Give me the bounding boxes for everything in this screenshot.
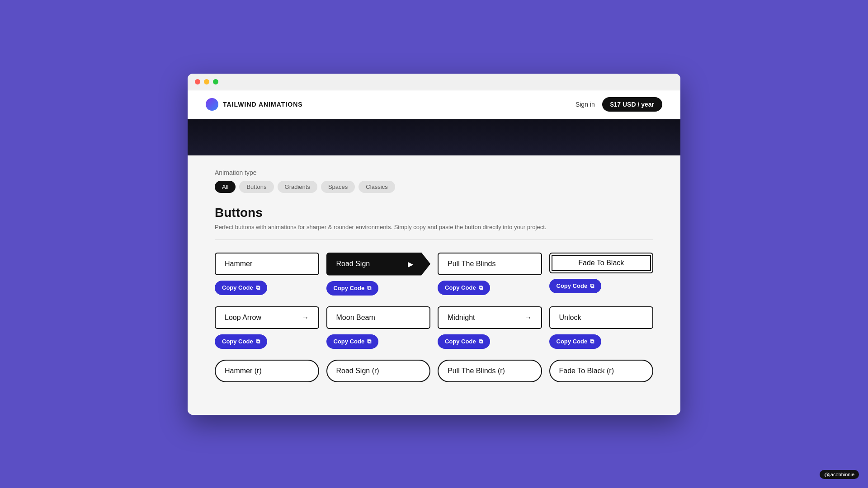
app-window: TAILWIND ANIMATIONS Sign in $17 USD / ye…: [188, 74, 680, 415]
pricing-button[interactable]: $17 USD / year: [602, 97, 662, 112]
filter-section: Animation type All Buttons Gradients Spa…: [215, 169, 653, 193]
fade-black-r-card: Fade To Black (r): [549, 360, 654, 382]
copy-icon: ⧉: [479, 284, 483, 291]
filter-pill-gradients[interactable]: Gradients: [278, 181, 317, 193]
maximize-dot[interactable]: [213, 79, 218, 84]
hammer-button[interactable]: Hammer: [215, 253, 319, 275]
filter-pill-classics[interactable]: Classics: [359, 181, 395, 193]
hammer-r-card: Hammer (r): [215, 360, 319, 382]
nav-brand: TAILWIND ANIMATIONS: [206, 98, 303, 111]
pull-blinds-button[interactable]: Pull The Blinds: [438, 253, 542, 275]
road-sign-copy-button[interactable]: Copy Code ⧉: [326, 281, 379, 296]
road-sign-button[interactable]: Road Sign ▶: [326, 253, 431, 276]
filter-pills: All Buttons Gradients Spaces Classics: [215, 181, 653, 193]
loop-arrow-copy-button[interactable]: Copy Code ⧉: [215, 334, 267, 349]
copy-label: Copy Code: [445, 338, 476, 345]
copy-icon: ⧉: [256, 284, 260, 291]
midnight-button[interactable]: Midnight →: [438, 306, 542, 329]
arrow-icon: ▶: [408, 260, 413, 268]
filter-pill-all[interactable]: All: [215, 181, 236, 193]
unlock-card: Unlock Copy Code ⧉: [549, 306, 654, 349]
hammer-card: Hammer Copy Code ⧉: [215, 253, 319, 296]
hammer-copy-button[interactable]: Copy Code ⧉: [215, 281, 267, 295]
midnight-copy-button[interactable]: Copy Code ⧉: [438, 334, 490, 349]
moon-beam-button[interactable]: Moon Beam: [326, 306, 431, 329]
copy-icon: ⧉: [479, 338, 483, 345]
loop-arrow-button[interactable]: Loop Arrow →: [215, 306, 319, 329]
copy-label: Copy Code: [445, 284, 476, 291]
pull-blinds-card: Pull The Blinds Copy Code ⧉: [438, 253, 542, 296]
close-dot[interactable]: [195, 79, 200, 84]
moon-beam-card: Moon Beam Copy Code ⧉: [326, 306, 431, 349]
buttons-section: Buttons Perfect buttons with animations …: [215, 206, 653, 382]
pull-blinds-r-button[interactable]: Pull The Blinds (r): [438, 360, 542, 382]
logo-icon: [206, 98, 218, 111]
section-divider: [215, 239, 653, 240]
buttons-row-2: Loop Arrow → Copy Code ⧉ Moon Beam Copy …: [215, 306, 653, 349]
road-sign-r-button[interactable]: Road Sign (r): [326, 360, 431, 382]
copy-label: Copy Code: [334, 285, 365, 291]
loop-arrow-label: Loop Arrow: [225, 314, 261, 322]
navbar: TAILWIND ANIMATIONS Sign in $17 USD / ye…: [188, 90, 680, 119]
unlock-button[interactable]: Unlock: [549, 306, 654, 329]
copy-label: Copy Code: [557, 338, 588, 345]
pull-blinds-r-card: Pull The Blinds (r): [438, 360, 542, 382]
copy-label: Copy Code: [222, 284, 253, 291]
watermark: @jacobbinnie: [820, 470, 859, 479]
hammer-r-button[interactable]: Hammer (r): [215, 360, 319, 382]
copy-icon: ⧉: [590, 338, 594, 345]
road-sign-r-card: Road Sign (r): [326, 360, 431, 382]
fade-black-card: Fade To Black Copy Code ⧉: [549, 253, 654, 296]
road-sign-label: Road Sign: [336, 260, 370, 268]
copy-icon: ⧉: [256, 338, 260, 345]
road-sign-card: Road Sign ▶ Copy Code ⧉: [326, 253, 431, 296]
main-content: Animation type All Buttons Gradients Spa…: [188, 155, 680, 415]
copy-label: Copy Code: [222, 338, 253, 345]
title-bar: [188, 74, 680, 90]
buttons-row-3: Hammer (r) Road Sign (r) Pull The Blinds…: [215, 360, 653, 382]
sign-in-button[interactable]: Sign in: [576, 101, 595, 108]
fade-black-button[interactable]: Fade To Black: [549, 253, 654, 273]
nav-actions: Sign in $17 USD / year: [576, 97, 662, 112]
loop-arrow-card: Loop Arrow → Copy Code ⧉: [215, 306, 319, 349]
arrow-icon: →: [525, 314, 532, 322]
midnight-card: Midnight → Copy Code ⧉: [438, 306, 542, 349]
section-title: Buttons: [215, 206, 653, 220]
section-description: Perfect buttons with animations for shar…: [215, 224, 653, 230]
pull-blinds-copy-button[interactable]: Copy Code ⧉: [438, 281, 490, 295]
brand-name: TAILWIND ANIMATIONS: [223, 101, 303, 108]
copy-label: Copy Code: [557, 282, 588, 289]
copy-icon: ⧉: [367, 285, 371, 292]
fade-black-copy-button[interactable]: Copy Code ⧉: [549, 279, 602, 293]
filter-label: Animation type: [215, 169, 653, 176]
moon-beam-copy-button[interactable]: Copy Code ⧉: [326, 334, 379, 349]
midnight-label: Midnight: [448, 314, 475, 322]
buttons-row-1: Hammer Copy Code ⧉ Road Sign ▶ Copy Code…: [215, 253, 653, 296]
arrow-icon: →: [302, 314, 309, 322]
filter-pill-buttons[interactable]: Buttons: [239, 181, 274, 193]
copy-label: Copy Code: [334, 338, 365, 345]
filter-pill-spaces[interactable]: Spaces: [321, 181, 355, 193]
fade-black-r-button[interactable]: Fade To Black (r): [549, 360, 654, 382]
minimize-dot[interactable]: [204, 79, 209, 84]
unlock-copy-button[interactable]: Copy Code ⧉: [549, 334, 602, 349]
hero-banner: [188, 119, 680, 155]
copy-icon: ⧉: [367, 338, 371, 345]
copy-icon: ⧉: [590, 282, 594, 290]
